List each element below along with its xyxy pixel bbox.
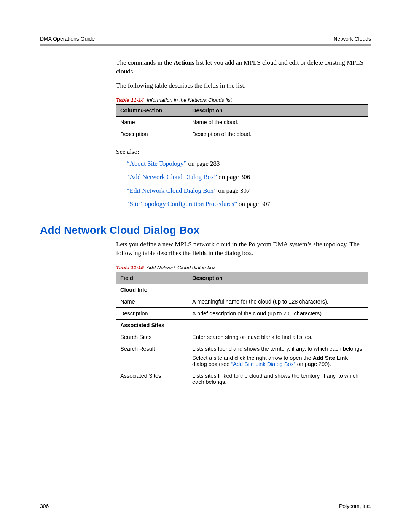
link-about-site-topology[interactable]: “About Site Topology” [127,160,186,167]
text: on page 306 [217,173,250,181]
table-number: Table 11-14 [116,97,144,103]
table-number: Table 11-15 [116,265,144,270]
text: on page 307 [217,187,250,194]
body-column: The commands in the Actions list let you… [116,59,368,209]
table-caption-1: Table 11-14 Information in the Network C… [116,97,368,103]
see-also-item: “Edit Network Cloud Dialog Box” on page … [127,186,368,196]
cell: Enter search string or leave blank to fi… [188,331,368,343]
cell: Lists sites found and shows the territor… [188,343,368,370]
table-add-network-cloud-dialog: Field Description Cloud Info Name A mean… [116,272,368,388]
cell: Associated Sites [116,370,188,388]
cell: Name of the cloud. [188,116,368,128]
text: on page 283 [186,160,220,167]
see-also-block: See also: “About Site Topology” on page … [116,148,368,209]
see-also-item: “Add Network Cloud Dialog Box” on page 3… [127,172,368,182]
section-heading-add-network-cloud: Add Network Cloud Dialog Box [40,224,371,236]
cell: Description [116,307,188,319]
page-header: DMA Operations Guide Network Clouds [40,36,371,44]
section-cell-cloud-info: Cloud Info [116,284,368,296]
header-right: Network Clouds [333,36,371,42]
see-also-links: “About Site Topology” on page 283 “Add N… [127,159,368,209]
table-network-clouds-list: Column/Section Description Name Name of … [116,104,368,140]
cell: Name [116,296,188,307]
text: dialog box (see [192,361,231,367]
link-add-site-link-dialog[interactable]: “Add Site Link Dialog Box” [231,361,295,367]
link-add-network-cloud-dialog[interactable]: “Add Network Cloud Dialog Box” [127,173,217,181]
table-row: Description Description of the cloud. [116,128,368,140]
add-site-link-bold: Add Site Link [313,355,348,361]
text: Lists sites found and shows the territor… [192,346,364,352]
cell: A meaningful name for the cloud (up to 1… [188,296,368,307]
see-also-item: “Site Topology Configuration Procedures”… [127,199,368,209]
cell: Search Sites [116,331,188,343]
link-edit-network-cloud-dialog[interactable]: “Edit Network Cloud Dialog Box” [127,187,217,194]
section-cell-associated-sites: Associated Sites [116,319,368,331]
text: on page 307 [237,200,270,208]
page-number: 306 [40,503,49,509]
intro-paragraph-1: The commands in the Actions list let you… [116,59,368,76]
table-row: Name A meaningful name for the cloud (up… [116,296,368,307]
cell: Description [116,128,188,140]
table-row: Search Sites Enter search string or leav… [116,331,368,343]
table-title: Add Network Cloud dialog box [147,265,216,270]
body-column-2: Lets you define a new MPLS network cloud… [116,240,368,388]
page-footer: 306 Polycom, Inc. [40,503,371,509]
header-rule [40,44,371,46]
col-header: Description [188,104,368,116]
table-section-row: Associated Sites [116,319,368,331]
text: The commands in the [116,59,174,66]
cell: Description of the cloud. [188,128,368,140]
see-also-item: “About Site Topology” on page 283 [127,159,368,169]
cell: Lists sites linked to the cloud and show… [188,370,368,388]
actions-word: Actions [174,59,194,66]
page: DMA Operations Guide Network Clouds The … [0,0,411,532]
text: Select a site and click the right arrow … [192,355,364,367]
table-header-row: Column/Section Description [116,104,368,116]
text: on page 299). [296,361,331,367]
table-row: Associated Sites Lists sites linked to t… [116,370,368,388]
col-header: Column/Section [116,104,188,116]
table-row: Name Name of the cloud. [116,116,368,128]
table-row: Description A brief description of the c… [116,307,368,319]
col-header: Description [188,272,368,284]
cell: Name [116,116,188,128]
col-header: Field [116,272,188,284]
link-site-topology-config-procedures[interactable]: “Site Topology Configuration Procedures” [127,200,237,208]
table-section-row: Cloud Info [116,284,368,296]
intro-paragraph-2: The following table describes the fields… [116,81,368,90]
table-row: Search Result Lists sites found and show… [116,343,368,370]
header-left: DMA Operations Guide [40,36,95,42]
table-title: Information in the Network Clouds list [147,97,232,103]
company-name: Polycom, Inc. [339,503,371,509]
text: Select a site and click the right arrow … [192,355,313,361]
see-also-label: See also: [116,148,368,157]
cell: A brief description of the cloud (up to … [188,307,368,319]
table-header-row: Field Description [116,272,368,284]
section-paragraph: Lets you define a new MPLS network cloud… [116,240,368,258]
table-caption-2: Table 11-15 Add Network Cloud dialog box [116,265,368,270]
cell: Search Result [116,343,188,370]
